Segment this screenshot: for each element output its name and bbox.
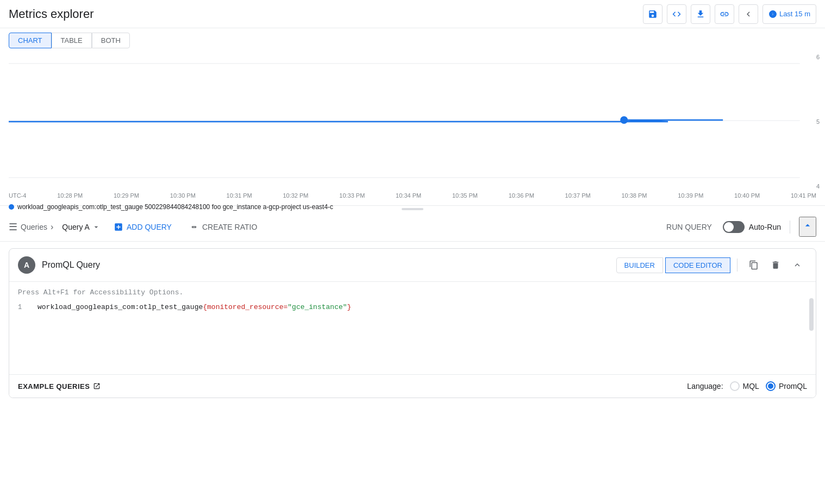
save-icon-button[interactable] bbox=[643, 4, 662, 24]
delete-button[interactable] bbox=[766, 255, 785, 275]
query-bar-right: RUN QUERY Auto-Run bbox=[662, 217, 816, 237]
auto-run-label: Auto-Run bbox=[749, 223, 781, 231]
builder-button[interactable]: BUILDER bbox=[616, 257, 663, 273]
code-icon-button[interactable] bbox=[667, 4, 686, 24]
copy-button[interactable] bbox=[744, 255, 764, 275]
x-label-9: 10:36 PM bbox=[509, 192, 534, 199]
back-icon-button[interactable] bbox=[739, 4, 758, 24]
language-selector: Language: MQL PromQL bbox=[687, 381, 807, 391]
tab-table[interactable]: TABLE bbox=[52, 33, 92, 48]
promql-radio-inner bbox=[768, 383, 773, 389]
time-range-button[interactable]: Last 15 m bbox=[762, 4, 816, 24]
page-title: Metrics explorer bbox=[9, 7, 93, 21]
x-label-3: 10:30 PM bbox=[170, 192, 196, 199]
x-label-14: 10:41 PM bbox=[791, 192, 816, 199]
legend-text: workload_googleapis_com:otlp_test_gauge … bbox=[17, 203, 333, 211]
code-prefix: workload_googleapis_com:otlp_test_gauge bbox=[38, 302, 203, 313]
x-label-7: 10:34 PM bbox=[396, 192, 421, 199]
code-editor[interactable]: Press Alt+F1 for Accessibility Options. … bbox=[9, 282, 816, 374]
chart-y-labels: 6 5 4 bbox=[816, 54, 820, 190]
query-panel-header: A PromQL Query BUILDER CODE EDITOR bbox=[9, 249, 816, 282]
queries-label: Queries bbox=[21, 223, 47, 231]
query-breadcrumb: ☰ Queries › bbox=[9, 221, 53, 233]
code-attr: monitored_resource bbox=[207, 302, 283, 313]
auto-run-thumb bbox=[724, 222, 734, 232]
query-panel: A PromQL Query BUILDER CODE EDITOR Press… bbox=[9, 248, 816, 398]
breadcrumb-chevron: › bbox=[51, 222, 53, 232]
accessibility-hint: Press Alt+F1 for Accessibility Options. bbox=[9, 286, 816, 301]
query-selector[interactable]: Query A bbox=[62, 223, 101, 231]
y-label-4: 4 bbox=[816, 183, 820, 190]
chart-x-labels: UTC-4 10:28 PM 10:29 PM 10:30 PM 10:31 P… bbox=[9, 190, 816, 201]
query-panel-title: PromQL Query bbox=[42, 260, 610, 270]
mql-radio[interactable]: MQL bbox=[730, 381, 759, 391]
x-label-11: 10:38 PM bbox=[621, 192, 647, 199]
legend-dot bbox=[9, 204, 14, 210]
promql-label: PromQL bbox=[779, 382, 807, 390]
y-label-6: 6 bbox=[816, 54, 820, 60]
add-icon bbox=[114, 222, 123, 232]
header-actions: Last 15 m bbox=[643, 4, 816, 24]
ratio-icon bbox=[189, 222, 199, 232]
y-label-5: 5 bbox=[816, 118, 820, 125]
code-editor-button[interactable]: CODE EDITOR bbox=[665, 257, 730, 273]
promql-radio[interactable]: PromQL bbox=[766, 381, 807, 391]
x-label-10: 10:37 PM bbox=[565, 192, 591, 199]
external-link-icon bbox=[93, 382, 101, 390]
collapse-button[interactable] bbox=[799, 217, 816, 237]
create-ratio-button[interactable]: CREATE RATIO bbox=[185, 220, 261, 234]
x-label-utc: UTC-4 bbox=[9, 192, 26, 199]
chart-svg bbox=[9, 53, 816, 188]
chart-legend: workload_googleapis_com:otlp_test_gauge … bbox=[9, 201, 816, 215]
code-line-1: 1 workload_googleapis_com:otlp_test_gaug… bbox=[9, 301, 816, 314]
x-label-12: 10:39 PM bbox=[678, 192, 703, 199]
chevron-down-icon bbox=[92, 223, 101, 231]
x-label-6: 10:33 PM bbox=[339, 192, 365, 199]
panel-actions: BUILDER CODE EDITOR bbox=[616, 255, 807, 275]
download-icon-button[interactable] bbox=[691, 4, 710, 24]
tab-chart[interactable]: CHART bbox=[9, 33, 52, 48]
code-brace-close: } bbox=[347, 302, 352, 313]
time-range-label: Last 15 m bbox=[779, 10, 810, 18]
x-label-1: 10:28 PM bbox=[57, 192, 83, 199]
collapse-panel-button[interactable] bbox=[788, 255, 807, 275]
line-number: 1 bbox=[18, 303, 31, 313]
code-brace-open: { bbox=[203, 302, 207, 313]
query-selector-label: Query A bbox=[62, 223, 90, 231]
language-label: Language: bbox=[687, 382, 723, 390]
auto-run-track[interactable] bbox=[723, 221, 745, 233]
tab-both[interactable]: BOTH bbox=[92, 33, 130, 48]
add-query-label: ADD QUERY bbox=[127, 223, 172, 231]
queries-list-icon: ☰ bbox=[9, 221, 17, 233]
create-ratio-label: CREATE RATIO bbox=[202, 223, 257, 231]
mql-radio-outer bbox=[730, 381, 740, 391]
run-query-button[interactable]: RUN QUERY bbox=[662, 220, 716, 234]
query-panel-footer: EXAMPLE QUERIES Language: MQL PromQL bbox=[9, 374, 816, 398]
auto-run-toggle: Auto-Run bbox=[723, 221, 781, 233]
promql-radio-outer bbox=[766, 381, 776, 391]
app-header: Metrics explorer Last 15 m bbox=[0, 0, 825, 28]
share-icon-button[interactable] bbox=[715, 4, 734, 24]
code-value: "gce_instance" bbox=[288, 302, 347, 313]
code-eq: = bbox=[284, 302, 288, 313]
scrollbar-thumb[interactable] bbox=[809, 298, 814, 331]
view-tabs: CHART TABLE BOTH bbox=[0, 28, 825, 48]
x-label-5: 10:32 PM bbox=[283, 192, 308, 199]
divider bbox=[790, 220, 790, 234]
query-avatar: A bbox=[18, 256, 35, 274]
x-label-13: 10:40 PM bbox=[734, 192, 760, 199]
query-bar: ☰ Queries › Query A ADD QUERY CREATE RAT… bbox=[0, 212, 825, 242]
chart-area: 6 5 4 UTC-4 10:28 PM 10:29 PM 10:30 PM 1… bbox=[0, 48, 825, 206]
x-label-4: 10:31 PM bbox=[227, 192, 252, 199]
x-label-2: 10:29 PM bbox=[114, 192, 139, 199]
x-label-8: 10:35 PM bbox=[452, 192, 478, 199]
mql-label: MQL bbox=[743, 382, 759, 390]
add-query-button[interactable]: ADD QUERY bbox=[109, 220, 176, 234]
example-queries-link[interactable]: EXAMPLE QUERIES bbox=[18, 382, 101, 390]
example-queries-label: EXAMPLE QUERIES bbox=[18, 382, 90, 390]
panel-divider bbox=[737, 259, 738, 272]
svg-point-3 bbox=[620, 116, 628, 124]
